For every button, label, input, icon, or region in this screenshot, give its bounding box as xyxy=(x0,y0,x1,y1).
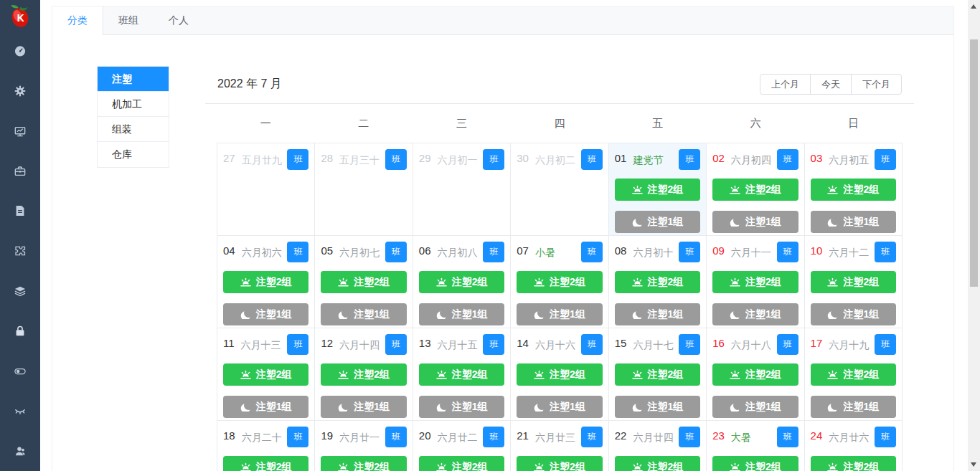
category-item-0[interactable]: 注塑 xyxy=(98,67,169,92)
scroll-up-arrow-icon[interactable] xyxy=(971,4,976,9)
calendar-day-cell[interactable]: 13六月十五班注塑2组注塑1组 xyxy=(413,328,511,421)
day-shift-button[interactable]: 注塑2组 xyxy=(223,456,308,471)
calendar-day-cell[interactable]: 18六月二十班注塑2组注塑1组 xyxy=(217,421,315,471)
calendar-day-cell[interactable]: 02六月初四班注塑2组注塑1组 xyxy=(707,143,804,236)
calendar-day-cell[interactable]: 22六月廿四班注塑2组注塑1组 xyxy=(609,421,707,471)
day-shift-button[interactable]: 注塑2组 xyxy=(419,363,504,386)
shift-badge-button[interactable]: 班 xyxy=(483,334,504,355)
shift-badge-button[interactable]: 班 xyxy=(777,427,798,447)
sidebar-item-users[interactable] xyxy=(0,431,40,471)
day-shift-button[interactable]: 注塑2组 xyxy=(712,363,798,386)
calendar-day-cell[interactable]: 19六月廿一班注塑2组注塑1组 xyxy=(315,421,413,471)
calendar-day-cell[interactable]: 27五月廿九班 xyxy=(217,143,315,236)
tab-2[interactable]: 个人 xyxy=(154,6,204,34)
calendar-day-cell[interactable]: 15六月十七班注塑2组注塑1组 xyxy=(609,328,707,421)
night-shift-button[interactable]: 注塑1组 xyxy=(811,303,896,325)
day-shift-button[interactable]: 注塑2组 xyxy=(321,456,406,471)
night-shift-button[interactable]: 注塑1组 xyxy=(615,303,700,325)
sidebar-item-puzzle[interactable] xyxy=(0,231,40,271)
calendar-day-cell[interactable]: 21六月廿三班注塑2组注塑1组 xyxy=(511,421,608,471)
night-shift-button[interactable]: 注塑1组 xyxy=(811,396,896,418)
shift-badge-button[interactable]: 班 xyxy=(287,427,308,447)
day-shift-button[interactable]: 注塑2组 xyxy=(223,271,308,293)
calendar-day-cell[interactable]: 23大暑班注塑2组注塑1组 xyxy=(707,421,804,471)
sidebar-item-dashboard[interactable] xyxy=(0,31,40,71)
day-shift-button[interactable]: 注塑2组 xyxy=(615,456,700,471)
night-shift-button[interactable]: 注塑1组 xyxy=(712,303,798,325)
day-shift-button[interactable]: 注塑2组 xyxy=(321,363,406,386)
sidebar-item-document[interactable] xyxy=(0,191,40,231)
shift-badge-button[interactable]: 班 xyxy=(385,334,407,355)
day-shift-button[interactable]: 注塑2组 xyxy=(321,271,406,293)
shift-badge-button[interactable]: 班 xyxy=(581,149,603,170)
sidebar-item-monitor-chart[interactable] xyxy=(0,111,40,151)
shift-badge-button[interactable]: 班 xyxy=(875,242,896,262)
calendar-day-cell[interactable]: 07小暑班注塑2组注塑1组 xyxy=(511,236,608,328)
day-shift-button[interactable]: 注塑2组 xyxy=(615,179,700,201)
calendar-day-cell[interactable]: 06六月初八班注塑2组注塑1组 xyxy=(413,236,511,328)
shift-badge-button[interactable]: 班 xyxy=(581,334,603,355)
shift-badge-button[interactable]: 班 xyxy=(287,334,308,355)
day-shift-button[interactable]: 注塑2组 xyxy=(615,363,700,386)
day-shift-button[interactable]: 注塑2组 xyxy=(419,271,504,293)
shift-badge-button[interactable]: 班 xyxy=(483,149,504,170)
day-shift-button[interactable]: 注塑2组 xyxy=(517,363,602,386)
shift-badge-button[interactable]: 班 xyxy=(287,149,308,170)
calendar-day-cell[interactable]: 12六月十四班注塑2组注塑1组 xyxy=(315,328,413,421)
shift-badge-button[interactable]: 班 xyxy=(483,242,504,262)
night-shift-button[interactable]: 注塑1组 xyxy=(321,396,406,418)
shift-badge-button[interactable]: 班 xyxy=(385,242,407,262)
night-shift-button[interactable]: 注塑1组 xyxy=(419,303,504,325)
day-shift-button[interactable]: 注塑2组 xyxy=(419,456,504,471)
shift-badge-button[interactable]: 班 xyxy=(287,242,308,262)
sidebar-item-eye-closed[interactable] xyxy=(0,391,40,431)
night-shift-button[interactable]: 注塑1组 xyxy=(517,303,602,325)
night-shift-button[interactable]: 注塑1组 xyxy=(517,396,602,418)
shift-badge-button[interactable]: 班 xyxy=(581,242,603,262)
scroll-down-arrow-icon[interactable] xyxy=(971,462,976,467)
category-item-3[interactable]: 仓库 xyxy=(98,142,169,167)
category-item-2[interactable]: 组装 xyxy=(98,117,169,142)
night-shift-button[interactable]: 注塑1组 xyxy=(223,303,308,325)
sidebar-item-lock[interactable] xyxy=(0,311,40,351)
night-shift-button[interactable]: 注塑1组 xyxy=(615,211,700,233)
shift-badge-button[interactable]: 班 xyxy=(581,427,603,447)
day-shift-button[interactable]: 注塑2组 xyxy=(517,456,602,471)
shift-badge-button[interactable]: 班 xyxy=(777,334,798,355)
shift-badge-button[interactable]: 班 xyxy=(777,149,798,170)
tab-0[interactable]: 分类 xyxy=(52,6,103,35)
sidebar-item-layers[interactable] xyxy=(0,271,40,311)
calendar-day-cell[interactable]: 04六月初六班注塑2组注塑1组 xyxy=(217,236,315,328)
sidebar-item-toolbox[interactable] xyxy=(0,151,40,191)
shift-badge-button[interactable]: 班 xyxy=(875,427,896,447)
calendar-day-cell[interactable]: 20六月廿二班注塑2组注塑1组 xyxy=(413,421,511,471)
calendar-day-cell[interactable]: 24六月廿六班注塑2组注塑1组 xyxy=(805,421,903,471)
shift-badge-button[interactable]: 班 xyxy=(777,242,798,262)
day-shift-button[interactable]: 注塑2组 xyxy=(223,363,308,386)
night-shift-button[interactable]: 注塑1组 xyxy=(419,396,504,418)
sidebar-item-toggle[interactable] xyxy=(0,351,40,391)
calendar-day-cell[interactable]: 09六月十一班注塑2组注塑1组 xyxy=(707,236,804,328)
prev-month-button[interactable]: 上个月 xyxy=(760,74,811,95)
calendar-day-cell[interactable]: 30六月初二班 xyxy=(511,143,608,236)
day-shift-button[interactable]: 注塑2组 xyxy=(615,271,700,293)
night-shift-button[interactable]: 注塑1组 xyxy=(811,211,896,233)
shift-badge-button[interactable]: 班 xyxy=(385,427,407,447)
day-shift-button[interactable]: 注塑2组 xyxy=(811,179,896,201)
shift-badge-button[interactable]: 班 xyxy=(875,149,896,170)
night-shift-button[interactable]: 注塑1组 xyxy=(712,396,798,418)
calendar-day-cell[interactable]: 08六月初十班注塑2组注塑1组 xyxy=(609,236,707,328)
category-item-1[interactable]: 机加工 xyxy=(98,92,169,117)
shift-badge-button[interactable]: 班 xyxy=(679,427,700,447)
night-shift-button[interactable]: 注塑1组 xyxy=(615,396,700,418)
calendar-day-cell[interactable]: 29六月初一班 xyxy=(413,143,511,236)
shift-badge-button[interactable]: 班 xyxy=(483,427,504,447)
day-shift-button[interactable]: 注塑2组 xyxy=(811,363,896,386)
day-shift-button[interactable]: 注塑2组 xyxy=(517,271,602,293)
shift-badge-button[interactable]: 班 xyxy=(679,149,700,170)
night-shift-button[interactable]: 注塑1组 xyxy=(321,303,406,325)
app-logo[interactable]: K xyxy=(0,0,40,31)
shift-badge-button[interactable]: 班 xyxy=(385,149,407,170)
calendar-day-cell[interactable]: 17六月十九班注塑2组注塑1组 xyxy=(805,328,903,421)
calendar-day-cell[interactable]: 03六月初五班注塑2组注塑1组 xyxy=(805,143,903,236)
